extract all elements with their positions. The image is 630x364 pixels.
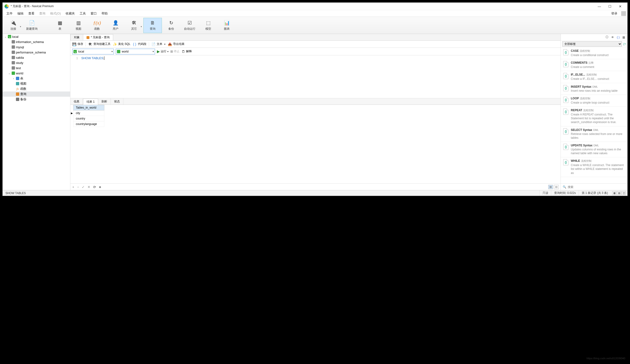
explain-button[interactable]: 🗒解释 bbox=[182, 49, 192, 53]
tab-objects[interactable]: 对象 bbox=[70, 34, 83, 40]
export-result-button[interactable]: 📤导出结果 bbox=[168, 42, 184, 46]
tree-backup[interactable]: 备份 bbox=[2, 97, 70, 102]
tree-view[interactable]: 视图 bbox=[2, 81, 70, 86]
minimize-button[interactable]: — bbox=[594, 3, 604, 10]
menu-query[interactable]: 查询 bbox=[37, 10, 48, 17]
toolbar-auto-button[interactable]: ☑自动运行 bbox=[180, 18, 199, 33]
result-tab-profile[interactable]: 剖析 bbox=[98, 98, 111, 104]
snippet-item[interactable]: ()UPDATE SyntaxDMLUpdates columns of exi… bbox=[561, 142, 628, 157]
snippet-item[interactable]: ()REPEAT流程控制Create A REPEAT construct. T… bbox=[561, 107, 628, 126]
menu-format[interactable]: 格式(O) bbox=[48, 10, 63, 17]
menu-file[interactable]: 文件 bbox=[4, 10, 15, 17]
save-button[interactable]: 💾保存 bbox=[72, 42, 83, 46]
snippet-item[interactable]: ()IF...ELSE...流程控制Create a IF...ELSE... … bbox=[561, 71, 628, 83]
toolbar-fx-button[interactable]: ƒ(x)函数 bbox=[88, 18, 106, 33]
connection-tree[interactable]: ⌄ local information_schemamysqlperforman… bbox=[2, 34, 70, 190]
result-cell[interactable]: countrylanguage bbox=[74, 121, 104, 127]
eye-icon[interactable]: 👁 bbox=[611, 36, 614, 39]
toolbar-backup-button[interactable]: ↻备份 bbox=[162, 18, 180, 33]
snippet-icon: () bbox=[563, 128, 568, 134]
sb-icon-1[interactable]: ▦ bbox=[612, 191, 616, 195]
menu-window[interactable]: 窗口 bbox=[88, 10, 99, 17]
avatar-icon[interactable] bbox=[621, 11, 626, 16]
toolbar-newquery-button[interactable]: 📄新建查询 bbox=[22, 18, 41, 33]
tree-db-world[interactable]: ⌄ world bbox=[2, 70, 70, 76]
snippet-button[interactable]: ( )代码段 bbox=[133, 42, 146, 46]
column-header[interactable]: Tables_in_world bbox=[74, 105, 104, 110]
auto-icon: ☑ bbox=[186, 20, 193, 26]
results-grid[interactable]: ▶ Tables_in_world city country countryla… bbox=[70, 105, 560, 183]
toolbar-plug-button[interactable]: 🔌连接▾ bbox=[4, 18, 22, 33]
cancel-edit-button[interactable]: ✕ bbox=[88, 185, 90, 189]
connection-combo[interactable]: local▾ bbox=[72, 49, 114, 54]
snippet-item[interactable]: ()SELECT SyntaxDMLRetrieve rows selected… bbox=[561, 126, 628, 142]
table-icon: ▦ bbox=[56, 20, 63, 26]
refresh-button[interactable]: ⟳ bbox=[93, 185, 96, 189]
text-button[interactable]: 📄文本▾ bbox=[152, 42, 166, 46]
result-tab-result1[interactable]: 结果 1 bbox=[83, 99, 98, 105]
run-button[interactable]: ▶运行▾ bbox=[157, 49, 168, 54]
tree-db-information_schema[interactable]: information_schema bbox=[2, 39, 70, 44]
tree-fn[interactable]: fx函数 bbox=[2, 86, 70, 91]
toolbar-table-button[interactable]: ▦表 bbox=[51, 18, 69, 33]
view-icon bbox=[16, 82, 19, 85]
menu-help[interactable]: 帮助 bbox=[99, 10, 110, 17]
menu-tools[interactable]: 工具 bbox=[77, 10, 88, 17]
delete-row-button[interactable]: − bbox=[77, 185, 79, 189]
sb-icon-3[interactable]: ◫ bbox=[622, 191, 626, 195]
line-number: 1 bbox=[70, 56, 78, 60]
grid-icon[interactable]: ▦ bbox=[622, 36, 625, 39]
braces-icon[interactable]: ( ) bbox=[617, 36, 620, 39]
toolbar-model-button[interactable]: ⬚模型 bbox=[199, 18, 218, 33]
save-icon: 💾 bbox=[72, 42, 76, 46]
tree-query[interactable]: 查询 bbox=[2, 91, 70, 97]
tab-query-untitled[interactable]: * 无标题 - 查询 bbox=[83, 34, 113, 40]
query-toolbar: 💾保存 🛠查询创建工具 ✨美化 SQL ( )代码段 📄文本▾ 📤导出结果 bbox=[70, 41, 560, 48]
tree-connection[interactable]: ⌄ local bbox=[2, 34, 70, 39]
stop-load-button[interactable]: ■ bbox=[99, 185, 101, 189]
stop-button[interactable]: 停止 bbox=[170, 49, 180, 53]
result-tab-info[interactable]: 信息 bbox=[70, 98, 83, 104]
tag-filter-select[interactable]: 全部标签 bbox=[562, 41, 622, 46]
snippet-item[interactable]: ()CASE流程控制Create a conditional construct bbox=[561, 47, 628, 59]
sql-editor[interactable]: 1 SHOW TABLES; bbox=[70, 55, 560, 98]
snippet-item[interactable]: ()WHILE流程控制Create a WHILE construct. The… bbox=[561, 157, 628, 177]
result-tab-status[interactable]: 状态 bbox=[111, 98, 124, 104]
tree-db-performance_schema[interactable]: performance_schema bbox=[2, 50, 70, 55]
menu-edit[interactable]: 编辑 bbox=[15, 10, 26, 17]
maximize-button[interactable]: ☐ bbox=[604, 3, 615, 10]
info-icon[interactable]: ⓘ bbox=[606, 35, 608, 39]
tree-table[interactable]: ›表 bbox=[2, 76, 70, 81]
beautify-sql-button[interactable]: ✨美化 SQL bbox=[113, 42, 130, 46]
query-builder-button[interactable]: 🛠查询创建工具 bbox=[88, 42, 110, 46]
menu-view[interactable]: 查看 bbox=[26, 10, 37, 17]
toolbar-view-button[interactable]: ▥视图 bbox=[69, 18, 88, 33]
toolbar-user-button[interactable]: 👤用户 bbox=[106, 18, 125, 33]
form-view-button[interactable]: ▤ bbox=[554, 185, 559, 189]
tree-db-sakila[interactable]: sakila bbox=[2, 55, 70, 60]
result-cell[interactable]: country bbox=[74, 116, 104, 121]
login-link[interactable]: 登录 bbox=[609, 10, 620, 17]
database-combo[interactable]: world▾ bbox=[116, 49, 155, 54]
tree-db-mysql[interactable]: mysql bbox=[2, 44, 70, 50]
function-icon: fx bbox=[16, 87, 19, 90]
menu-favorites[interactable]: 收藏夹 bbox=[63, 10, 77, 17]
toolbar-chart-button[interactable]: 📊图表 bbox=[218, 18, 236, 33]
tree-db-study[interactable]: study bbox=[2, 60, 70, 65]
close-button[interactable]: ✕ bbox=[615, 3, 626, 10]
toolbar-other-button[interactable]: 🛠其它▾ bbox=[125, 18, 143, 33]
snippet-item[interactable]: ()COMMENTS注释Create a comment bbox=[561, 59, 628, 71]
snippet-item[interactable]: ()LOOP流程控制Create a simple loop construct bbox=[561, 95, 628, 107]
toolbar-query-button[interactable]: 🗎查询 bbox=[143, 18, 162, 33]
connection-icon bbox=[74, 50, 77, 53]
sb-icon-2[interactable]: ▤ bbox=[617, 191, 621, 195]
add-snippet-icon[interactable]: (+ bbox=[623, 42, 626, 46]
snippet-search-input[interactable] bbox=[568, 185, 626, 189]
grid-view-button[interactable]: ▦ bbox=[548, 185, 553, 189]
tree-db-test[interactable]: test bbox=[2, 65, 70, 70]
wand-icon: ✨ bbox=[113, 42, 117, 46]
apply-button[interactable]: ✓ bbox=[82, 185, 85, 189]
result-cell[interactable]: city bbox=[74, 110, 104, 116]
add-row-button[interactable]: + bbox=[72, 185, 74, 189]
snippet-item[interactable]: ()INSERT SyntaxDMLInsert new rows into a… bbox=[561, 83, 628, 95]
